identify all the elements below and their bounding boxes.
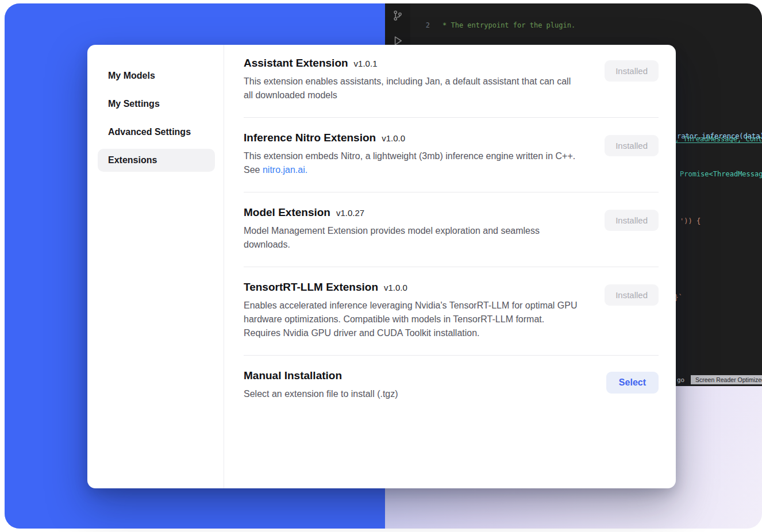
extension-info: Inference Nitro Extensionv1.0.0 This ext… <box>244 132 580 177</box>
extension-title-row: Assistant Extensionv1.0.1 <box>244 57 580 70</box>
select-file-button[interactable]: Select <box>606 372 659 394</box>
installed-badge: Installed <box>605 284 659 306</box>
manual-installation-entry: Manual Installation Select an extension … <box>244 356 659 416</box>
extension-info: Manual Installation Select an extension … <box>244 369 398 401</box>
extension-version: v1.0.1 <box>354 59 378 68</box>
extension-description: Model Management Extension provides mode… <box>244 224 580 252</box>
extension-description: This extension embeds Nitro, a lightweig… <box>244 149 580 177</box>
status-text: go <box>677 376 684 384</box>
extension-title-row: Manual Installation <box>244 369 398 382</box>
extensions-list: Assistant Extensionv1.0.1 This extension… <box>224 45 676 488</box>
code-fragment: rator.inference(data)); <box>677 132 762 140</box>
extension-version: v1.0.0 <box>384 283 407 292</box>
extension-entry-tensorrt-llm: TensortRT-LLM Extensionv1.0.0 Enables ac… <box>244 267 659 356</box>
sidebar-item-my-models[interactable]: My Models <box>98 64 215 87</box>
extension-name: TensortRT-LLM Extension <box>244 281 378 293</box>
settings-sidebar: My Models My Settings Advanced Settings … <box>87 45 224 488</box>
extension-entry-inference-nitro: Inference Nitro Extensionv1.0.0 This ext… <box>244 118 659 192</box>
sidebar-item-advanced-settings[interactable]: Advanced Settings <box>98 121 215 144</box>
installed-badge: Installed <box>605 60 659 82</box>
extension-version: v1.0.27 <box>336 208 364 218</box>
extension-info: Assistant Extensionv1.0.1 This extension… <box>244 57 580 102</box>
sidebar-item-extensions[interactable]: Extensions <box>98 149 215 172</box>
extension-info: Model Extensionv1.0.27 Model Management … <box>244 206 580 252</box>
extension-entry-assistant: Assistant Extensionv1.0.1 This extension… <box>244 45 659 118</box>
settings-dialog: My Models My Settings Advanced Settings … <box>87 45 676 488</box>
extension-version: v1.0.0 <box>382 133 405 143</box>
installed-badge: Installed <box>605 135 659 156</box>
extension-name: Inference Nitro Extension <box>244 132 376 144</box>
code-fragment: ')) { <box>680 217 701 225</box>
extension-name: Model Extension <box>244 206 330 218</box>
extension-info: TensortRT-LLM Extensionv1.0.0 Enables ac… <box>244 281 580 340</box>
code-text: * The entrypoint for the plugin. <box>442 21 575 30</box>
manual-installation-description: Select an extension file to install (.tg… <box>244 387 398 401</box>
source-control-icon[interactable] <box>391 9 404 22</box>
nitro-link[interactable]: nitro.jan.ai. <box>263 165 307 175</box>
code-fragment: Promise<ThreadMessage> <box>680 170 762 178</box>
extension-title-row: Model Extensionv1.0.27 <box>244 206 580 219</box>
extension-entry-model: Model Extensionv1.0.27 Model Management … <box>244 192 659 267</box>
extension-title-row: Inference Nitro Extensionv1.0.0 <box>244 132 580 144</box>
code-line: 2* The entrypoint for the plugin. <box>410 21 762 30</box>
screen-reader-chip: Screen Reader Optimized <box>691 375 762 384</box>
manual-installation-title: Manual Installation <box>244 369 342 381</box>
sidebar-item-my-settings[interactable]: My Settings <box>98 92 215 115</box>
installed-badge: Installed <box>605 210 659 231</box>
extension-name: Assistant Extension <box>244 57 348 69</box>
extension-description: Enables accelerated inference leveraging… <box>244 299 580 340</box>
extension-description: This extension enables assistants, inclu… <box>244 75 580 102</box>
line-number: 2 <box>410 21 430 30</box>
extension-title-row: TensortRT-LLM Extensionv1.0.0 <box>244 281 580 294</box>
